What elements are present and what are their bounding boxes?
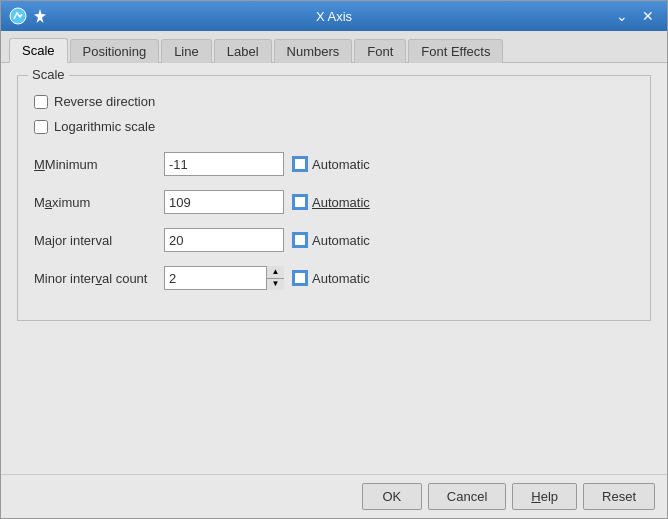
maximum-auto-checkbox (292, 194, 308, 210)
tab-content: Scale Reverse direction Logarithmic scal… (1, 63, 667, 474)
titlebar-left (9, 7, 47, 25)
pin-icon (33, 9, 47, 23)
maximum-auto-label: Automatic (312, 195, 370, 210)
app-icon (9, 7, 27, 25)
window-title: X Axis (316, 9, 352, 24)
minimum-auto-checkbox (292, 156, 308, 172)
minor-auto-label: Automatic (312, 271, 370, 286)
tab-positioning[interactable]: Positioning (70, 39, 160, 63)
tab-line[interactable]: Line (161, 39, 212, 63)
major-interval-input[interactable] (164, 228, 284, 252)
major-interval-row: Major interval Automatic (34, 228, 634, 252)
cancel-button[interactable]: Cancel (428, 483, 506, 510)
minimum-label: MMinimum (34, 157, 164, 172)
svg-point-0 (10, 8, 26, 24)
titlebar: X Axis ⌄ ✕ (1, 1, 667, 31)
scale-section-legend: Scale (28, 67, 69, 82)
minor-auto-inner (295, 273, 305, 283)
minimum-auto-label: Automatic (312, 157, 370, 172)
minor-interval-label: Minor interval count (34, 271, 164, 286)
dialog-window: X Axis ⌄ ✕ Scale Positioning Line Label … (0, 0, 668, 519)
help-button[interactable]: Help (512, 483, 577, 510)
minimum-auto[interactable]: Automatic (292, 156, 370, 172)
titlebar-controls: ⌄ ✕ (611, 5, 659, 27)
maximum-auto-inner (295, 197, 305, 207)
logarithmic-scale-checkbox[interactable] (34, 120, 48, 134)
minimum-input[interactable] (164, 152, 284, 176)
dialog-footer: OK Cancel Help Reset (1, 474, 667, 518)
spinner-down-button[interactable]: ▼ (267, 279, 284, 291)
reverse-direction-row: Reverse direction (34, 94, 634, 109)
maximum-label: Maximum (34, 195, 164, 210)
minimum-auto-inner (295, 159, 305, 169)
ok-button[interactable]: OK (362, 483, 422, 510)
scale-section: Scale Reverse direction Logarithmic scal… (17, 75, 651, 321)
major-auto-inner (295, 235, 305, 245)
tab-label[interactable]: Label (214, 39, 272, 63)
minor-interval-spinner: ▲ ▼ (164, 266, 284, 290)
minor-auto-checkbox (292, 270, 308, 286)
spinner-controls: ▲ ▼ (266, 266, 284, 290)
reset-button[interactable]: Reset (583, 483, 655, 510)
major-auto-checkbox (292, 232, 308, 248)
tab-fonteffects[interactable]: Font Effects (408, 39, 503, 63)
maximum-auto[interactable]: Automatic (292, 194, 370, 210)
maximum-input[interactable] (164, 190, 284, 214)
logarithmic-scale-label: Logarithmic scale (54, 119, 155, 134)
minimum-row: MMinimum Automatic (34, 152, 634, 176)
major-interval-label: Major interval (34, 233, 164, 248)
spinner-up-button[interactable]: ▲ (267, 266, 284, 279)
minor-auto[interactable]: Automatic (292, 270, 370, 286)
reverse-direction-label: Reverse direction (54, 94, 155, 109)
tab-numbers[interactable]: Numbers (274, 39, 353, 63)
close-button[interactable]: ✕ (637, 5, 659, 27)
maximum-row: Maximum Automatic (34, 190, 634, 214)
major-auto[interactable]: Automatic (292, 232, 370, 248)
reverse-direction-checkbox[interactable] (34, 95, 48, 109)
logarithmic-scale-row: Logarithmic scale (34, 119, 634, 134)
tab-font[interactable]: Font (354, 39, 406, 63)
tabs-bar: Scale Positioning Line Label Numbers Fon… (1, 31, 667, 63)
major-auto-label: Automatic (312, 233, 370, 248)
tab-scale[interactable]: Scale (9, 38, 68, 63)
minor-interval-row: Minor interval count ▲ ▼ Automatic (34, 266, 634, 290)
dropdown-btn[interactable]: ⌄ (611, 5, 633, 27)
